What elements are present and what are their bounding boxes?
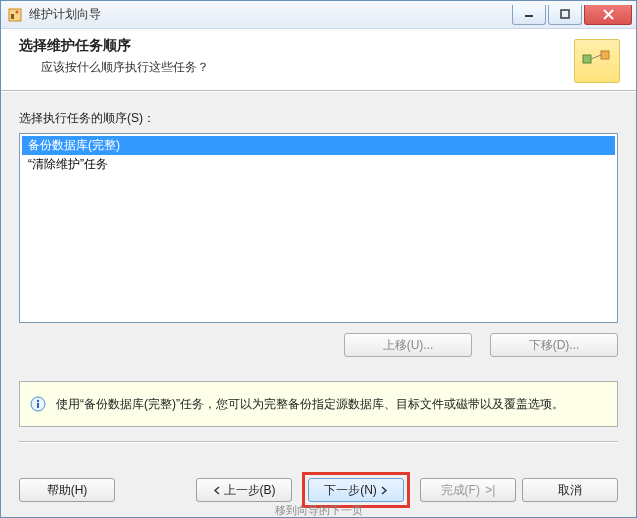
maximize-button[interactable] <box>548 5 582 25</box>
next-button-highlight: 下一步(N) <box>302 472 410 508</box>
wizard-window: 维护计划向导 选择维护任务顺序 应该按什么顺序执行这些任务？ <box>0 0 637 518</box>
list-item[interactable]: “清除维护”任务 <box>22 155 615 174</box>
svg-point-11 <box>37 400 39 402</box>
svg-rect-8 <box>601 51 609 59</box>
chevron-left-icon <box>213 486 222 495</box>
chevron-right-icon <box>379 486 388 495</box>
svg-rect-7 <box>583 55 591 63</box>
task-order-listbox[interactable]: 备份数据库(完整) “清除维护”任务 <box>19 133 618 323</box>
svg-rect-0 <box>9 9 21 21</box>
close-button[interactable] <box>584 5 632 25</box>
next-button-label: 下一步(N) <box>324 482 377 499</box>
window-title: 维护计划向导 <box>29 6 101 23</box>
wizard-footer: 帮助(H) 上一步(B) 下一步(N) 完成(F) >| 取消 <box>1 463 636 517</box>
info-text: 使用“备份数据库(完整)”任务，您可以为完整备份指定源数据库、目标文件或磁带以及… <box>56 396 564 413</box>
svg-rect-12 <box>37 403 39 408</box>
svg-rect-1 <box>11 14 14 19</box>
wizard-body: 选择执行任务的顺序(S)： 备份数据库(完整) “清除维护”任务 上移(U)..… <box>1 91 636 463</box>
back-button[interactable]: 上一步(B) <box>196 478 292 502</box>
move-up-button[interactable]: 上移(U)... <box>344 333 472 357</box>
wizard-header: 选择维护任务顺序 应该按什么顺序执行这些任务？ <box>1 29 636 91</box>
header-subtitle: 应该按什么顺序执行这些任务？ <box>41 59 574 76</box>
svg-rect-4 <box>561 10 569 18</box>
app-icon <box>7 7 23 23</box>
svg-line-9 <box>591 55 601 59</box>
finish-button-label: 完成(F) <box>441 482 480 499</box>
header-title: 选择维护任务顺序 <box>19 37 574 55</box>
separator <box>19 441 618 443</box>
svg-point-2 <box>16 10 19 13</box>
info-icon <box>30 396 46 412</box>
help-button[interactable]: 帮助(H) <box>19 478 115 502</box>
move-buttons-row: 上移(U)... 下移(D)... <box>19 333 618 357</box>
cancel-button[interactable]: 取消 <box>522 478 618 502</box>
titlebar: 维护计划向导 <box>1 1 636 29</box>
finish-button[interactable]: 完成(F) >| <box>420 478 516 502</box>
info-box: 使用“备份数据库(完整)”任务，您可以为完整备份指定源数据库、目标文件或磁带以及… <box>19 381 618 427</box>
back-button-label: 上一步(B) <box>224 482 276 499</box>
minimize-button[interactable] <box>512 5 546 25</box>
list-item[interactable]: 备份数据库(完整) <box>22 136 615 155</box>
header-icon <box>574 39 620 83</box>
order-label: 选择执行任务的顺序(S)： <box>19 110 618 127</box>
move-down-button[interactable]: 下移(D)... <box>490 333 618 357</box>
next-button[interactable]: 下一步(N) <box>308 478 404 502</box>
